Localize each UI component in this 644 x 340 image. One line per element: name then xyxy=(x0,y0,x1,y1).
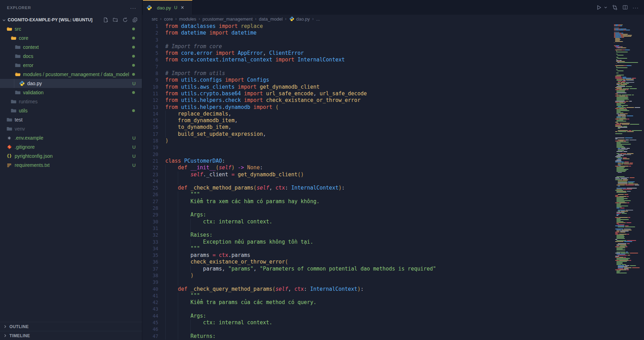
code-line[interactable]: 6from core.context.internal_context impo… xyxy=(142,57,612,63)
code-line[interactable]: 42Kiểm tra params của các method có quer… xyxy=(142,299,612,306)
git-untracked-badge: U xyxy=(132,135,136,141)
code-line[interactable]: 43 xyxy=(142,306,612,312)
tree-item-env-example[interactable]: .env.exampleU xyxy=(0,133,142,142)
tree-item-modules-pcustomer-management-data-model[interactable]: modules / pcustomer_management / data_mo… xyxy=(0,70,142,79)
code-line[interactable]: 36check_existance_or_throw_error( xyxy=(142,259,612,265)
refresh-icon[interactable] xyxy=(122,17,128,23)
code-token: import xyxy=(241,90,266,97)
tree-item-gitignore[interactable]: .gitignoreU xyxy=(0,142,142,151)
code-line[interactable]: 23self._client = get_dynamodb_client() xyxy=(142,171,612,178)
code-text: Raises: xyxy=(165,232,212,238)
tab-dao-py[interactable]: dao.py U × xyxy=(143,0,192,15)
outline-panel-header[interactable]: OUTLINE xyxy=(0,322,142,331)
code-text: ctx: internal context. xyxy=(165,319,272,326)
breadcrumb-item-dao-py[interactable]: dao.py xyxy=(289,16,310,22)
code-line[interactable]: 1from dataclasses import replace xyxy=(142,23,612,30)
code-content[interactable]: 1from dataclasses import replace2from da… xyxy=(142,23,612,340)
code-line[interactable]: 15from_dynamodb_item, xyxy=(142,117,612,124)
code-line[interactable]: 38) xyxy=(142,272,612,279)
code-line[interactable]: 29Args: xyxy=(142,212,612,218)
code-line[interactable]: 12from utils.helpers.check import check_… xyxy=(142,97,612,104)
code-line[interactable]: 44Args: xyxy=(142,313,612,319)
tree-item-error[interactable]: error xyxy=(0,61,142,70)
code-line[interactable]: 17build_set_update_expression, xyxy=(142,131,612,138)
breadcrumb-item-[interactable]: ... xyxy=(316,16,320,22)
code-line[interactable]: 27Kiểm tra xem các hàm có params hay khô… xyxy=(142,198,612,205)
code-line[interactable]: 47Returns: xyxy=(142,333,612,340)
tree-item-core[interactable]: core xyxy=(0,34,142,43)
code-line[interactable]: 2from datetime import datetime xyxy=(142,30,612,36)
code-token: _check_query_method_params xyxy=(190,286,272,292)
indent-guide xyxy=(190,326,191,333)
code-line[interactable]: 32Raises: xyxy=(142,232,612,238)
code-token: datetime xyxy=(232,30,257,36)
tree-item-src[interactable]: src xyxy=(0,24,142,34)
code-line[interactable]: 3 xyxy=(142,37,612,43)
code-line[interactable]: 34""" xyxy=(142,245,612,252)
code-line[interactable]: 21class PCustomerDAO: xyxy=(142,158,612,164)
code-line[interactable]: 28 xyxy=(142,205,612,212)
tree-item-runtimes[interactable]: runtimes xyxy=(0,97,142,106)
code-line[interactable]: 25def _check_method_params(self, ctx: In… xyxy=(142,185,612,191)
tree-item-validation[interactable]: validation xyxy=(0,88,142,97)
breadcrumb-item-src[interactable]: src xyxy=(152,16,158,22)
code-line[interactable]: 10from utils.aws_clients import get_dyna… xyxy=(142,84,612,90)
code-line[interactable]: 46 xyxy=(142,326,612,333)
timeline-panel-header[interactable]: TIMELINE xyxy=(0,331,142,340)
tree-item-venv[interactable]: venv xyxy=(0,124,142,133)
code-line[interactable]: 19 xyxy=(142,144,612,151)
code-line[interactable]: 16to_dynamodb_item, xyxy=(142,124,612,131)
breadcrumb-item-data-model[interactable]: data_model xyxy=(259,16,283,22)
code-line[interactable]: 20 xyxy=(142,151,612,158)
more-actions-icon[interactable]: ··· xyxy=(632,5,639,10)
code-token: from xyxy=(165,97,181,103)
code-line[interactable]: 37params, "params", "Parameters of commo… xyxy=(142,266,612,272)
minimap[interactable] xyxy=(612,23,644,340)
breadcrumb-item-pcustomer-management[interactable]: pcustomer_management xyxy=(203,16,253,22)
code-token: self xyxy=(257,185,269,191)
run-dropdown-chevron-icon[interactable] xyxy=(604,6,607,9)
code-line[interactable]: 30ctx: internal context. xyxy=(142,219,612,225)
tree-item-docs[interactable]: docs xyxy=(0,52,142,61)
code-line[interactable]: 8# Import from utils xyxy=(142,70,612,77)
code-line[interactable]: 35params = ctx.params xyxy=(142,252,612,259)
new-folder-icon[interactable] xyxy=(113,17,118,23)
project-root-row[interactable]: COGNITO-EXAMPLE-PY [WSL: UBUNTU] xyxy=(0,15,142,24)
code-line[interactable]: 41""" xyxy=(142,293,612,299)
code-line[interactable]: 13from utils.helpers.dynamodb import ( xyxy=(142,104,612,111)
tree-item-test[interactable]: test xyxy=(0,115,142,124)
tree-item-context[interactable]: context xyxy=(0,43,142,52)
code-line[interactable]: 40def _check_query_method_params(self, c… xyxy=(142,286,612,293)
code-line[interactable]: 33Exception nếu params không tồn tại. xyxy=(142,239,612,245)
code-line[interactable]: 45ctx: internal context. xyxy=(142,319,612,326)
code-line[interactable]: 5from core.error import AppError, Client… xyxy=(142,50,612,57)
explorer-more-icon[interactable]: ··· xyxy=(130,5,136,11)
code-line[interactable]: 11from utils.crypto.base64 import url_sa… xyxy=(142,90,612,97)
breadcrumb-item-core[interactable]: core xyxy=(164,16,173,22)
open-changes-icon[interactable] xyxy=(612,5,618,10)
code-line[interactable]: 7 xyxy=(142,64,612,70)
code-line[interactable]: 18) xyxy=(142,138,612,144)
split-editor-icon[interactable] xyxy=(622,5,628,10)
new-file-icon[interactable] xyxy=(103,17,108,23)
run-icon[interactable] xyxy=(596,5,602,10)
code-line[interactable]: 24 xyxy=(142,178,612,185)
code-line[interactable]: 39 xyxy=(142,279,612,286)
code-line[interactable]: 31 xyxy=(142,225,612,232)
code-line[interactable]: 4# Import from core xyxy=(142,43,612,50)
tree-item-pyrightconfig-json[interactable]: {}pyrightconfig.jsonU xyxy=(0,151,142,161)
code-line[interactable]: 14replace_decimals, xyxy=(142,111,612,117)
code-line[interactable]: 26""" xyxy=(142,191,612,198)
code-token: , xyxy=(313,90,319,97)
code-line[interactable]: 9from utils.configs import Configs xyxy=(142,77,612,83)
breadcrumb-item-modules[interactable]: modules xyxy=(179,16,196,22)
tree-item-requirements-txt[interactable]: requirements.txtU xyxy=(0,161,142,170)
code-token: Args: xyxy=(190,313,206,319)
tree-item-utils[interactable]: utils xyxy=(0,106,142,115)
code-line[interactable]: 22def __init__(self) -> None: xyxy=(142,164,612,171)
tree-item-dao-py[interactable]: dao.pyU xyxy=(0,79,142,88)
close-icon[interactable]: × xyxy=(181,5,184,10)
code-editor[interactable]: 1from dataclasses import replace2from da… xyxy=(142,23,644,340)
collapse-folders-icon[interactable] xyxy=(132,17,138,23)
line-number: 47 xyxy=(142,333,158,340)
